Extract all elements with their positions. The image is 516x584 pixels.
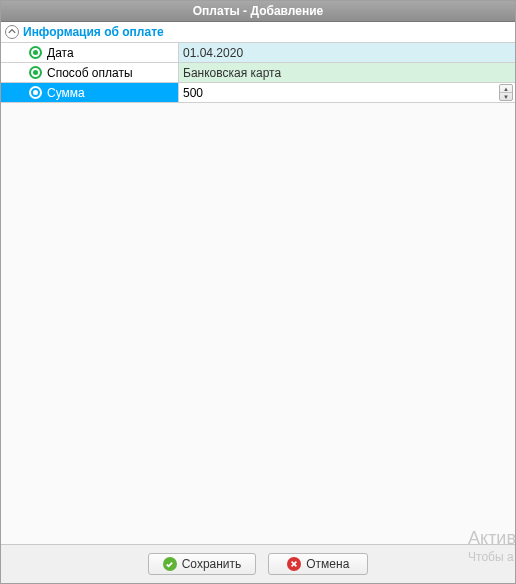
spinner-up-icon[interactable]: ▲ bbox=[500, 85, 512, 93]
window-title-text: Оплаты - Добавление bbox=[193, 4, 323, 18]
dialog-window: Оплаты - Добавление Информация об оплате… bbox=[0, 0, 516, 584]
form-area: Дата 01.04.2020 Способ оплаты Банковская… bbox=[1, 43, 515, 544]
section-title: Информация об оплате bbox=[23, 25, 164, 39]
field-date-text: 01.04.2020 bbox=[183, 46, 243, 60]
field-method-value[interactable]: Банковская карта bbox=[179, 63, 515, 82]
cancel-button-label: Отмена bbox=[306, 557, 349, 571]
button-bar: Сохранить Отмена bbox=[1, 544, 515, 583]
cancel-button[interactable]: Отмена bbox=[268, 553, 368, 575]
field-method-row: Способ оплаты Банковская карта bbox=[1, 63, 515, 83]
section-header[interactable]: Информация об оплате bbox=[1, 22, 515, 43]
field-method-label: Способ оплаты bbox=[47, 66, 133, 80]
field-method-label-cell: Способ оплаты bbox=[1, 63, 179, 82]
required-icon bbox=[29, 66, 42, 79]
field-amount-row: Сумма ▲ ▼ bbox=[1, 83, 515, 103]
save-button-label: Сохранить bbox=[182, 557, 242, 571]
field-date-value[interactable]: 01.04.2020 bbox=[179, 43, 515, 62]
field-amount-value-cell: ▲ ▼ bbox=[179, 83, 515, 102]
field-method-text: Банковская карта bbox=[183, 66, 281, 80]
save-button[interactable]: Сохранить bbox=[148, 553, 257, 575]
field-amount-label-cell: Сумма bbox=[1, 83, 179, 102]
required-icon bbox=[29, 46, 42, 59]
spinner-down-icon[interactable]: ▼ bbox=[500, 93, 512, 100]
amount-spinner[interactable]: ▲ ▼ bbox=[499, 84, 513, 101]
field-date-label: Дата bbox=[47, 46, 74, 60]
field-date-label-cell: Дата bbox=[1, 43, 179, 62]
amount-input[interactable] bbox=[183, 86, 511, 100]
required-icon bbox=[29, 86, 42, 99]
collapse-icon[interactable] bbox=[5, 25, 19, 39]
window-title: Оплаты - Добавление bbox=[1, 1, 515, 22]
field-date-row: Дата 01.04.2020 bbox=[1, 43, 515, 63]
check-icon bbox=[163, 557, 177, 571]
field-amount-label: Сумма bbox=[47, 86, 85, 100]
close-icon bbox=[287, 557, 301, 571]
